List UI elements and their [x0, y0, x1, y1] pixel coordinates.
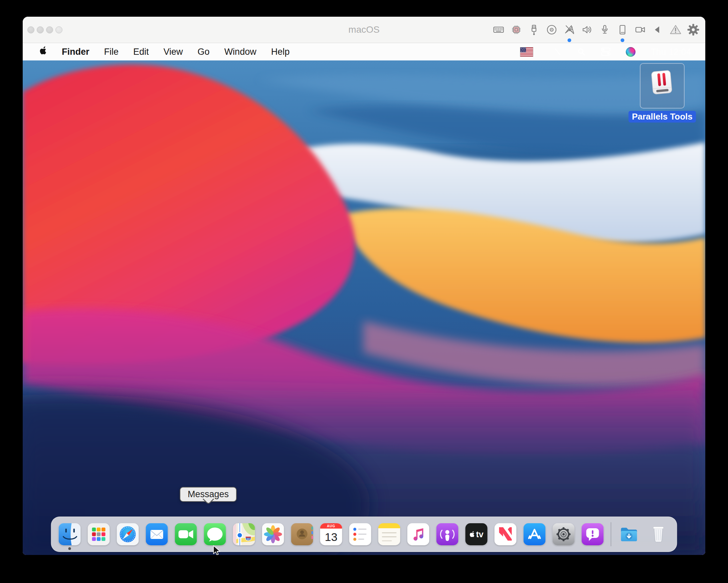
dock-item-podcasts[interactable]	[437, 523, 459, 545]
close-button[interactable]	[27, 26, 34, 33]
menu-help[interactable]: Help	[271, 47, 290, 57]
dock-item-app-store[interactable]	[524, 523, 546, 545]
apple-menu[interactable]	[40, 46, 47, 57]
menubar-menus: Finder File Edit View Go Window Help	[40, 46, 289, 57]
dock-item-photos[interactable]	[262, 523, 284, 545]
fullscreen-button[interactable]	[55, 26, 62, 33]
menu-file[interactable]: File	[104, 47, 119, 57]
maps-badge-text: 380	[246, 538, 251, 540]
dock-item-mail[interactable]	[146, 523, 168, 545]
menubar-extras: Thu 12:04	[520, 47, 691, 57]
gear-icon[interactable]	[687, 17, 699, 43]
dock-item-facetime[interactable]	[175, 523, 197, 545]
sound-icon[interactable]	[581, 17, 593, 43]
dock-item-tv[interactable]: tv	[466, 523, 488, 545]
disk-drive-icon	[640, 63, 684, 108]
menubar-clock[interactable]: Thu 12:04	[651, 47, 691, 57]
dock-item-trash[interactable]	[648, 523, 670, 545]
back-icon[interactable]	[652, 17, 664, 43]
dock-tooltip: Messages	[180, 487, 237, 502]
dock-item-feedback-assistant[interactable]	[582, 523, 604, 545]
dock-item-notes[interactable]	[379, 523, 400, 545]
mouse-cursor	[212, 545, 222, 555]
dock-item-messages[interactable]	[204, 523, 226, 545]
usb-icon[interactable]	[528, 17, 540, 43]
dock-item-calendar[interactable]: AUG 13	[320, 523, 342, 545]
hard-disk-icon[interactable]	[617, 17, 628, 43]
minimize-button[interactable]	[37, 26, 44, 33]
desktop: Parallels Tools Messages	[23, 60, 705, 555]
disk-activity-dot	[621, 38, 624, 42]
dock-item-contacts[interactable]	[291, 523, 313, 545]
siri-icon[interactable]	[626, 47, 635, 57]
cpu-icon[interactable]	[510, 17, 522, 43]
desktop-icon-parallels-tools[interactable]: Parallels Tools	[634, 63, 691, 123]
big-sur-wallpaper	[23, 60, 705, 555]
network-icon[interactable]	[563, 17, 575, 43]
tv-label: tv	[476, 530, 483, 539]
finder-running-indicator	[69, 547, 71, 550]
window-title: macOS	[348, 24, 379, 35]
menu-view[interactable]: View	[164, 47, 183, 57]
desktop-icon-label: Parallels Tools	[628, 111, 696, 123]
zoom-button[interactable]	[46, 26, 53, 33]
network-activity-dot	[568, 38, 571, 42]
menu-window[interactable]: Window	[225, 47, 257, 57]
control-center-icon[interactable]	[601, 47, 611, 56]
keyboard-icon[interactable]	[493, 17, 504, 43]
dock-item-system-preferences[interactable]	[553, 523, 575, 545]
dock: 380	[51, 516, 677, 552]
menu-finder[interactable]: Finder	[62, 47, 89, 57]
dock-separator	[611, 522, 612, 546]
traffic-lights	[23, 26, 62, 33]
dock-item-finder[interactable]	[59, 523, 81, 545]
cd-icon[interactable]	[546, 17, 558, 43]
dock-item-music[interactable]	[408, 523, 430, 545]
tooltip-tail	[202, 496, 214, 506]
microphone-icon[interactable]	[599, 17, 611, 43]
dock-item-launchpad[interactable]	[88, 523, 110, 545]
warning-icon[interactable]	[670, 17, 682, 43]
input-source-flag-icon[interactable]	[520, 47, 533, 57]
menu-edit[interactable]: Edit	[133, 47, 149, 57]
dock-item-maps[interactable]: 380	[233, 523, 255, 545]
vm-status-icons	[493, 17, 705, 43]
macos-menubar: Finder File Edit View Go Window Help	[23, 43, 705, 60]
window-titlebar[interactable]: macOS	[23, 17, 705, 43]
pencil-icon[interactable]	[553, 47, 562, 56]
dock-item-reminders[interactable]	[349, 523, 371, 545]
dock-item-safari[interactable]	[117, 523, 139, 545]
dock-item-downloads[interactable]	[619, 523, 641, 545]
calendar-month: AUG	[320, 523, 342, 529]
screen: macOS	[0, 0, 728, 583]
calendar-day: 13	[325, 529, 338, 545]
parallels-vm-window: macOS	[23, 17, 705, 555]
menu-go[interactable]: Go	[198, 47, 210, 57]
spotlight-icon[interactable]	[577, 47, 586, 56]
dock-item-news[interactable]	[495, 523, 517, 545]
camera-icon[interactable]	[634, 17, 646, 43]
